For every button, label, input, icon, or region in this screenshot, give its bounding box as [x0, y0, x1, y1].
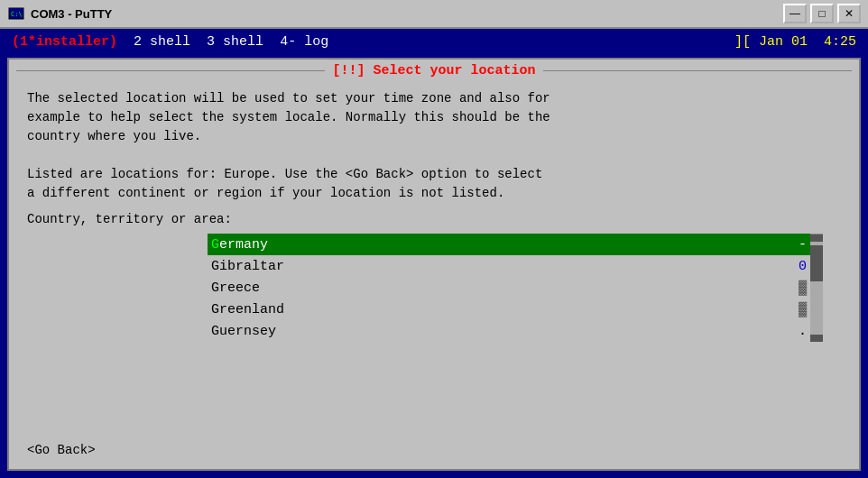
dialog-outer: [!!] Select your location The selected l… — [0, 54, 868, 478]
tab3[interactable]: 3 shell — [190, 34, 263, 50]
location-list-wrapper: Germany-Gibraltar0Greece▓Greenland▓Guern… — [208, 234, 823, 342]
dialog-box: [!!] Select your location The selected l… — [7, 58, 861, 471]
close-button[interactable]: ✕ — [837, 4, 861, 23]
tab4[interactable]: 4- log — [263, 34, 328, 50]
scrollbar-track — [810, 242, 823, 335]
list-item[interactable]: Greenland▓ — [208, 299, 810, 320]
scrollbar-down[interactable] — [810, 335, 823, 342]
list-item-label: Greenland — [211, 302, 781, 317]
list-item-label: Greece — [211, 280, 781, 296]
bracket-open — [4, 34, 12, 50]
list-item-label: Gibraltar — [211, 259, 781, 274]
status-bar: (1*installer) 2 shell 3 shell 4- log ][ … — [0, 29, 868, 54]
svg-text:C:\: C:\ — [11, 11, 23, 18]
list-item-value: - — [789, 237, 807, 253]
window-titlebar: C:\ COM3 - PuTTY — □ ✕ — [0, 0, 868, 29]
list-item-label: Guernsey — [211, 324, 781, 339]
dialog-description: The selected location will be used to se… — [27, 89, 841, 203]
app-icon: C:\ — [7, 5, 25, 23]
list-item-value: ▓ — [789, 280, 807, 296]
area-label: Country, territory or area: — [27, 212, 841, 226]
dialog-title-bar: [!!] Select your location — [9, 60, 859, 80]
title-line-left — [16, 70, 325, 71]
title-line-right — [543, 70, 852, 71]
window-title: COM3 - PuTTY — [31, 7, 783, 21]
dialog-actions: <Go Back> — [9, 433, 859, 469]
go-back-button[interactable]: <Go Back> — [27, 443, 96, 457]
list-item-label: Germany — [211, 237, 781, 253]
maximize-button[interactable]: □ — [810, 4, 834, 23]
window-controls: — □ ✕ — [783, 4, 861, 23]
list-item-value: ▓ — [789, 302, 807, 317]
scrollbar-up[interactable] — [810, 234, 823, 242]
dialog-content: The selected location will be used to se… — [9, 80, 859, 433]
location-list[interactable]: Germany-Gibraltar0Greece▓Greenland▓Guern… — [208, 234, 810, 342]
scrollbar-thumb[interactable] — [810, 245, 823, 281]
list-item-value: . — [789, 324, 807, 339]
list-item[interactable]: Germany- — [208, 234, 810, 255]
dialog-title: [!!] Select your location — [332, 63, 535, 78]
status-right: ][ Jan 01 4:25 — [726, 34, 864, 50]
list-item-value: 0 — [789, 259, 807, 274]
tab2[interactable]: 2 shell — [117, 34, 190, 50]
list-item[interactable]: Greece▓ — [208, 277, 810, 299]
list-item[interactable]: Guernsey. — [208, 320, 810, 342]
scrollbar[interactable] — [810, 234, 823, 342]
tab-active[interactable]: (1*installer) — [12, 34, 117, 50]
minimize-button[interactable]: — — [783, 4, 807, 23]
list-item[interactable]: Gibraltar0 — [208, 255, 810, 277]
terminal: (1*installer) 2 shell 3 shell 4- log ][ … — [0, 29, 868, 478]
